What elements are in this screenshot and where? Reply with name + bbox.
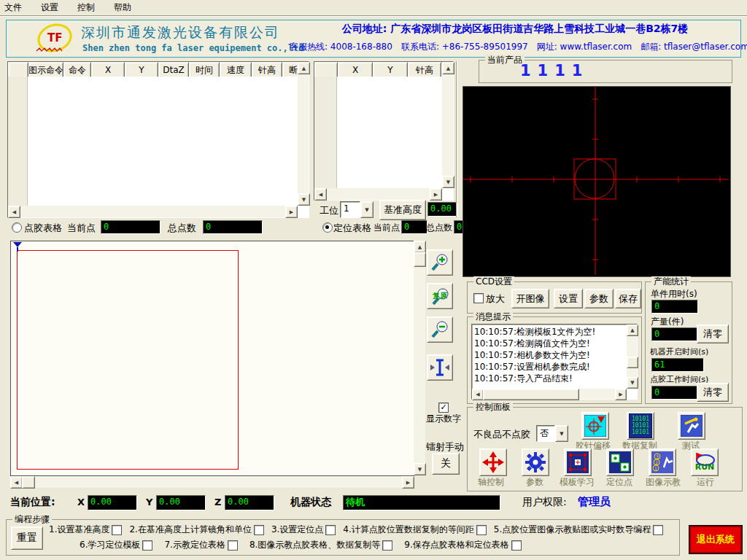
scroll-right-icon[interactable]: ▶ — [402, 476, 414, 489]
menu-item-settings[interactable]: 设置 — [36, 0, 63, 15]
canvas-vscrollbar[interactable]: ▲ ▼ — [414, 241, 425, 475]
chevron-down-icon[interactable]: ▼ — [360, 201, 374, 218]
dispense-table-radio[interactable] — [12, 222, 22, 233]
step-label: 5.点胶位置图像示教贴图或实时数导编程 — [494, 524, 651, 536]
position-table-hscrollbar[interactable]: ◀ ▶ — [314, 188, 442, 200]
canvas-hscrollbar[interactable]: ◀ ▶ — [10, 476, 414, 488]
clear-yield-button[interactable]: 清零 — [697, 324, 729, 343]
step-label: 1.设置基准高度 — [49, 524, 109, 536]
step-checkbox[interactable] — [228, 540, 238, 551]
column-header-illustrated-command[interactable]: 图示命令 — [28, 62, 63, 77]
vscroll-thumb[interactable] — [627, 357, 638, 368]
base-height-button[interactable]: 基准高度 — [379, 200, 426, 220]
scroll-left-icon[interactable]: ◀ — [472, 389, 484, 400]
scroll-left-icon[interactable]: ◀ — [8, 206, 20, 218]
column-header-x[interactable]: X — [338, 62, 373, 77]
axis-control-button[interactable] — [479, 448, 507, 476]
dispense-table: 图示命令 命令 X Y DtaZ 时间 速度 针高 断胶 ▲ ▼ ◀ ▶ — [7, 61, 309, 218]
scroll-right-icon[interactable]: ▶ — [615, 389, 627, 400]
fit-view-button[interactable] — [427, 354, 453, 381]
step-label: 8.图像示教点胶表格、数据复制等 — [249, 539, 380, 551]
clear-work-time-button[interactable]: 清零 — [697, 383, 729, 402]
locate-point-button[interactable] — [606, 448, 634, 476]
step-item: 7.示教定位表格 — [164, 539, 237, 551]
locate-point-label: 定位点 — [606, 476, 632, 489]
vscroll-thumb[interactable] — [414, 252, 426, 267]
step-checkbox[interactable] — [142, 540, 152, 551]
steps-row-2: 6.学习定位模板 7.示教定位表格 8.图像示教点胶表格、数据复制等 9.保存点… — [80, 539, 676, 551]
step-checkbox[interactable] — [325, 525, 336, 535]
base-height-value: 0.00 — [427, 202, 458, 217]
scroll-left-icon[interactable]: ◀ — [10, 476, 23, 489]
position-radio-label: 定位表格 — [333, 222, 371, 235]
ccd-params-button[interactable]: 参数 — [584, 289, 614, 308]
station-select[interactable]: 1 ▼ — [340, 201, 374, 218]
position-table-vscrollbar[interactable]: ▲ ▼ — [442, 62, 453, 188]
hscroll-thumb[interactable] — [22, 476, 35, 489]
column-header-y[interactable]: Y — [373, 62, 408, 77]
scroll-up-icon[interactable]: ▲ — [442, 62, 454, 74]
scroll-left-icon[interactable]: ◀ — [314, 188, 327, 201]
work-area-outline — [17, 250, 239, 470]
menu-item-file[interactable]: 文件 — [0, 0, 26, 15]
scroll-down-icon[interactable]: ▼ — [442, 176, 454, 188]
column-header-needle-height[interactable]: 针高 — [252, 62, 282, 77]
menu-item-help[interactable]: 帮助 — [109, 0, 136, 15]
position-table-radio[interactable] — [322, 222, 333, 233]
zoom-in-button[interactable] — [427, 249, 453, 276]
dispense-table-vscrollbar[interactable]: ▲ ▼ — [298, 62, 309, 206]
template-learning-button[interactable] — [564, 448, 592, 476]
magnify-checkbox[interactable] — [473, 293, 484, 303]
reject-no-dispense-select[interactable]: 否 ▼ — [536, 425, 568, 442]
show-numbers-checkbox[interactable] — [438, 402, 449, 413]
scroll-down-icon[interactable]: ▼ — [298, 193, 310, 206]
laser-off-button[interactable]: 关 — [432, 453, 460, 475]
column-header-y[interactable]: Y — [125, 62, 158, 77]
exit-system-button[interactable]: 退出系统 — [689, 525, 743, 554]
column-header-speed[interactable]: 速度 — [220, 62, 252, 77]
needle-offset-button[interactable] — [581, 412, 609, 440]
ccd-save-button[interactable]: 保存 — [615, 289, 641, 308]
run-button[interactable]: RUN — [691, 448, 719, 476]
test-button[interactable] — [678, 412, 705, 440]
scroll-up-icon[interactable]: ▲ — [627, 324, 638, 336]
edit-canvas[interactable] — [10, 241, 414, 476]
zoom-restore-button[interactable]: 复原 — [427, 283, 453, 309]
message-hscrollbar[interactable]: ◀ ▶ — [472, 389, 627, 399]
scroll-right-icon[interactable]: ▶ — [430, 188, 442, 201]
step-checkbox[interactable] — [112, 525, 122, 535]
zoom-out-button[interactable] — [427, 316, 453, 343]
message-list[interactable]: 10:10:57:检测模板1文件为空! 10:10:57:检测阈值文件为空! 1… — [471, 324, 638, 400]
step-checkbox[interactable] — [254, 525, 264, 535]
column-header-x[interactable]: X — [91, 62, 125, 77]
step-checkbox[interactable] — [382, 540, 392, 551]
column-header-dtaz[interactable]: DtaZ — [158, 62, 189, 77]
column-header-needle-height[interactable]: 针高 — [408, 62, 441, 77]
scroll-up-icon[interactable]: ▲ — [414, 241, 426, 253]
scroll-down-icon[interactable]: ▼ — [627, 377, 638, 389]
scroll-down-icon[interactable]: ▼ — [414, 463, 426, 475]
step-checkbox[interactable] — [476, 525, 487, 535]
column-header-command[interactable]: 命令 — [63, 62, 91, 77]
step-checkbox[interactable] — [511, 540, 522, 551]
ccd-settings-button[interactable]: 设置 — [554, 289, 583, 308]
reset-button[interactable]: 重置 — [11, 526, 43, 550]
column-header-glue-break[interactable]: 断胶 — [282, 62, 298, 77]
reject-no-dispense-label: 不良品不点胶 — [473, 428, 530, 441]
hscroll-thumb[interactable] — [483, 389, 579, 400]
image-teach-button[interactable]: 3 2 1 — [649, 448, 676, 476]
open-image-button[interactable]: 开图像 — [511, 289, 549, 308]
dispense-table-hscrollbar[interactable]: ◀ ▶ — [8, 206, 298, 217]
data-copy-button[interactable]: 10101 10101 10101 — [627, 412, 654, 440]
hotline: 客服热线: 4008-168-880 — [290, 41, 392, 53]
scroll-right-icon[interactable]: ▶ — [285, 206, 298, 218]
chevron-down-icon[interactable]: ▼ — [555, 425, 568, 442]
message-vscrollbar[interactable]: ▲ ▼ — [627, 324, 637, 389]
reject-value: 否 — [536, 425, 555, 442]
vertical-divider — [456, 61, 457, 217]
scroll-up-icon[interactable]: ▲ — [298, 62, 310, 74]
parameters-button[interactable] — [522, 448, 549, 476]
column-header-time[interactable]: 时间 — [189, 62, 220, 77]
menu-item-control[interactable]: 控制 — [73, 0, 99, 15]
step-checkbox[interactable] — [653, 525, 663, 535]
